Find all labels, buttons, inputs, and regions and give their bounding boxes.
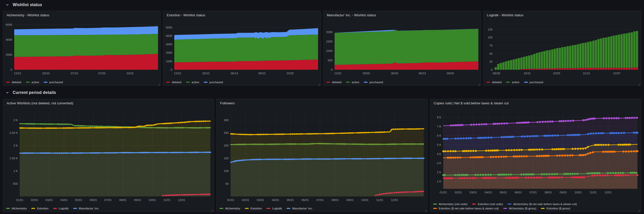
series-point-alchemistry-gross [506, 122, 508, 124]
legend-item-purchased[interactable]: purchased [364, 81, 383, 84]
series-point-extortion [30, 127, 32, 129]
legend-item-manufactur-inc[interactable]: Manufactur’ inc. [73, 207, 99, 210]
legend-item-deleted[interactable]: deleted [486, 81, 502, 84]
legend-item-alchemistry-net-units[interactable]: Alchemistry (net units) [433, 203, 468, 206]
series-point-extortion [313, 133, 315, 135]
series-point-alchemistry-gross [549, 121, 551, 123]
bar-active [579, 44, 582, 68]
series-point-extortion [201, 121, 202, 122]
panel-header[interactable]: Logistik - Wishlist status [483, 11, 641, 19]
series-point-alchemistry-net-sale-before-taxes-steam-cut [512, 136, 514, 138]
series-point-extortion-net-units [579, 176, 582, 178]
legend-item-active[interactable]: active [26, 81, 39, 84]
legend-item-deleted[interactable]: deleted [6, 81, 21, 84]
series-point-manufactur-inc [241, 160, 243, 161]
series-point-extortion-net-sale-before-taxes-steam-cut [448, 157, 450, 159]
series-point-manufactur-inc [309, 158, 310, 160]
legend-swatch [326, 82, 330, 83]
panel-header[interactable]: Copies sold | Net $ sold before taxes & … [430, 99, 641, 107]
series-point-manufactur-inc [94, 152, 96, 154]
bar-active [574, 45, 576, 68]
series-point-alchemistry-net-units [607, 172, 609, 174]
legend-item-alchemistry[interactable]: Alchemistry [219, 207, 240, 210]
panel-header[interactable]: Manufactur’ inc. - Wishlist status [323, 11, 481, 19]
legend-item-purchased[interactable]: purchased [524, 81, 543, 84]
series-point-manufactur-inc [144, 152, 145, 153]
series-fill-manufactur-inc [231, 158, 424, 196]
legend-item-logistik[interactable]: Logistik [266, 207, 282, 210]
series-point-manufactur-inc [141, 152, 142, 153]
bar-deleted [620, 68, 623, 70]
section-header-current-period-details[interactable]: Current period details [0, 86, 644, 96]
x-tick-label: 12/01 [604, 191, 612, 194]
bar-deleted [530, 69, 533, 70]
legend-label: Logistik [59, 207, 69, 210]
section-header-wishlist-status[interactable]: Wishlist status [0, 0, 644, 9]
series-point-manufactur-inc [192, 152, 194, 153]
chevron-down-icon[interactable] [6, 91, 9, 94]
legend-item-active[interactable]: active [186, 81, 199, 84]
series-point-extortion [45, 127, 47, 129]
legend-label: Extortion ($ gross) [546, 207, 570, 210]
series-point-extortion [132, 127, 133, 128]
series-point-alchemistry-net-sale-before-taxes-steam-cut [547, 135, 549, 137]
series-point-extortion-gross [485, 150, 487, 152]
bar-deleted [559, 68, 561, 70]
legend-item-extortion[interactable]: Extortion [31, 207, 48, 210]
legend-item-extortion[interactable]: Extortion [245, 207, 262, 210]
series-point-extortion-gross [561, 148, 563, 150]
panel-resize-handle[interactable] [318, 82, 320, 85]
panel-resize-handle[interactable] [157, 82, 160, 85]
panel-resize-handle[interactable] [424, 208, 427, 211]
series-point-extortion-net-units [466, 177, 468, 179]
series-point-manufactur-inc [179, 152, 181, 153]
legend-item-extortion-gross[interactable]: Extortion ($ gross) [541, 207, 570, 210]
panel-header[interactable]: Followers [216, 99, 427, 107]
panel-resize-handle[interactable] [478, 82, 480, 85]
legend-swatch [166, 82, 170, 83]
series-point-alchemistry-net-sale-before-taxes-steam-cut [503, 136, 505, 138]
legend-item-extortion-net-units[interactable]: Extortion (net units) [472, 203, 503, 206]
series-point-manufactur-inc [253, 159, 254, 160]
bar-active [615, 35, 618, 68]
panel-resize-handle[interactable] [638, 82, 640, 85]
legend-swatch [245, 208, 249, 209]
legend-item-active[interactable]: active [346, 81, 359, 84]
series-point-extortion [137, 126, 139, 127]
series-point-extortion-gross [490, 150, 492, 152]
series-point-manufactur-inc [196, 152, 198, 153]
panel-resize-handle[interactable] [638, 208, 640, 211]
panel-resize-handle[interactable] [211, 208, 213, 211]
legend-item-purchased[interactable]: purchased [44, 81, 63, 84]
panel-header[interactable]: Alchemistry - Wishlist status [3, 11, 161, 19]
series-point-extortion [294, 133, 295, 135]
bar-deleted [528, 69, 530, 70]
legend-item-deleted[interactable]: deleted [166, 81, 181, 84]
series-point-alchemistry [58, 123, 60, 125]
legend-item-purchased[interactable]: purchased [204, 81, 223, 84]
x-tick-label: 09/01 [559, 191, 567, 194]
legend-swatch [433, 208, 437, 209]
legend-item-alchemistry-gross[interactable]: Alchemistry ($ gross) [503, 207, 536, 210]
x-tick-label: 12/31 [14, 72, 21, 75]
series-fill-manufactur-inc [20, 152, 210, 196]
legend-item-active[interactable]: active [506, 81, 519, 84]
chevron-down-icon[interactable] [6, 3, 9, 7]
panel-header[interactable]: Active Wishlists (not deleted, not conve… [3, 99, 214, 107]
series-point-extortion-net-sale-before-taxes-steam-cut [495, 156, 497, 158]
legend-item-logistik[interactable]: Logistik [53, 207, 69, 210]
legend-item-alchemistry-net-sale-before-taxes-steam-cut[interactable]: Alchemistry ($ net sale before taxes & s… [508, 203, 577, 206]
panel-header[interactable]: Extortion - Wishlist status [163, 11, 321, 19]
legend-item-deleted[interactable]: deleted [326, 81, 342, 84]
bar-active [597, 39, 600, 68]
area-purchased [14, 26, 158, 35]
bar-active [623, 34, 625, 68]
series-point-alchemistry-net-units [523, 174, 525, 176]
legend-item-alchemistry[interactable]: Alchemistry [6, 207, 27, 210]
series-point-manufactur-inc [389, 158, 390, 159]
legend-item-manufactur-inc[interactable]: Manufactur’ inc. [287, 207, 313, 210]
bar-active [577, 44, 579, 68]
legend-item-extortion-net-sale-before-taxes-steam-cut[interactable]: Extortion ($ net sale before taxes & ste… [433, 207, 499, 210]
bar-active [628, 33, 630, 68]
panel-title: Followers [220, 101, 424, 105]
